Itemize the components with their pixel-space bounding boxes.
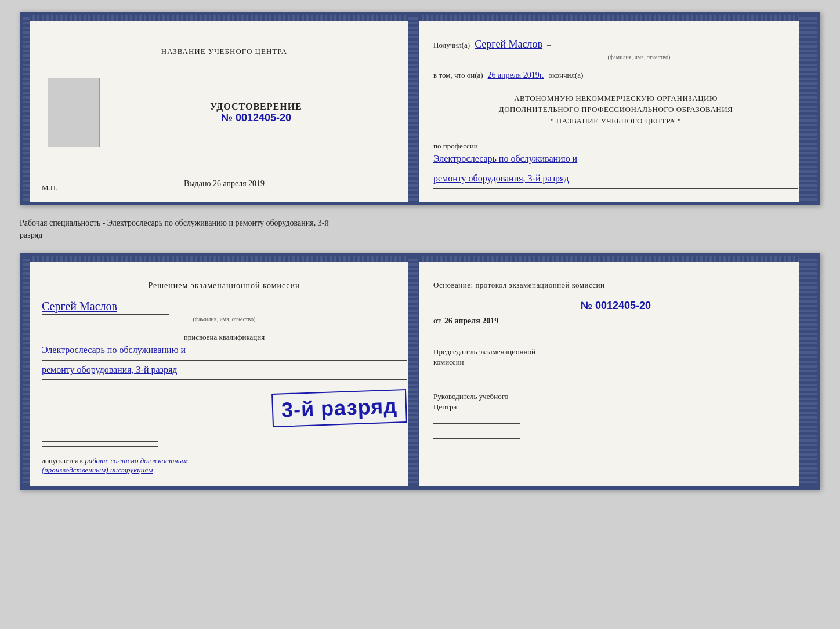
book2-right-page: Основание: протокол экзаменационной коми… [419,256,810,487]
decision-title: Решением экзаменационной комиссии [42,279,407,292]
book1-right-page: Получил(а) Сергей Маслов – (фамилия, имя… [419,15,810,202]
stamp-box: 3-й разряд [271,389,407,427]
leader-sig-line [433,415,538,415]
name-subtitle-1: (фамилия, имя, отчество) [480,54,798,60]
in-that-label: в том, что он(а) [433,68,483,82]
book1-left-page: НАЗВАНИЕ УЧЕБНОГО ЦЕНТРА УДОСТОВЕРЕНИЕ №… [30,15,419,202]
top-decoration-right [419,15,810,21]
book1-left-center-title: НАЗВАНИЕ УЧЕБНОГО ЦЕНТРА [161,46,287,57]
qualification-line1: Электрослесарь по обслуживанию и [42,342,407,359]
cert-number: № 0012405-20 [221,112,291,124]
book2-person-name: Сергей Маслов [42,300,407,313]
stamp-text: 3-й разряд [281,394,397,423]
between-label: Рабочая специальность - Электрослесарь п… [20,214,820,243]
side-decoration-right [408,15,418,202]
profession-line1: Электрослесарь по обслуживанию и [433,151,798,168]
org-line3: " НАЗВАНИЕ УЧЕБНОГО ЦЕНТРА " [433,115,798,127]
top-decoration-b2l [30,256,418,262]
org-line1: АВТОНОМНУЮ НЕКОММЕРЧЕСКУЮ ОРГАНИЗАЦИЮ [433,93,798,104]
basis-date-prefix: от [433,317,441,326]
certificate-book-2: Решением экзаменационной комиссии Сергей… [20,253,820,490]
qualification-line2: ремонту оборудования, 3-й разряд [42,362,407,379]
profession-line2: ремонту оборудования, 3-й разряд [433,170,798,187]
side-decoration-b2l [408,256,418,487]
profession-label: по профессии [433,141,798,151]
issued-label: Выдано [184,179,211,188]
side-decoration-right2 [799,15,810,202]
finished-label: окончил(а) [548,68,583,82]
top-decoration-b2r [419,256,810,262]
basis-number: № 0012405-20 [433,300,798,312]
basis-label: Основание: протокол экзаменационной коми… [433,279,798,292]
allowed-label: допускается к [42,457,83,465]
photo-placeholder [48,78,100,147]
date-value: 26 апреля 2019г. [488,71,544,80]
book2-name-subtitle: (фамилия, имя, отчество) [42,316,407,322]
book2-spine-left [23,256,30,487]
book-spine-right [810,15,817,202]
issued-date: 26 апреля 2019 [213,179,265,188]
org-line2: ДОПОЛНИТЕЛЬНОГО ПРОФЕССИОНАЛЬНОГО ОБРАЗО… [433,104,798,115]
certificate-book-1: НАЗВАНИЕ УЧЕБНОГО ЦЕНТРА УДОСТОВЕРЕНИЕ №… [20,12,820,205]
received-label: Получил(а) [433,38,470,52]
cert-label: УДОСТОВЕРЕНИЕ [210,101,302,112]
side-decoration-b2r [799,256,810,487]
chairman-label: Председатель экзаменационной комиссии [433,347,798,368]
mp-label: М.П. [42,183,57,192]
book2-left-page: Решением экзаменационной комиссии Сергей… [30,256,419,487]
leader-label: Руководитель учебного Центра [433,391,798,412]
issued-line: Выдано 26 апреля 2019 [184,179,265,188]
top-decoration [30,15,418,21]
basis-date: 26 апреля 2019 [444,317,498,326]
book-spine-left [23,15,30,202]
book2-spine-right [810,256,817,487]
recipient-name: Сергей Маслов [475,38,542,50]
assigned-label: присвоена квалификация [42,333,407,342]
chairman-sig-line [433,370,538,370]
